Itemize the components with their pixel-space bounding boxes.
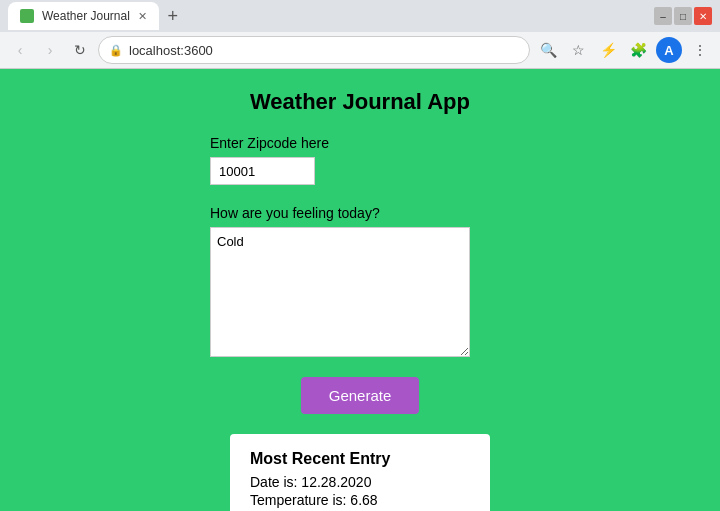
- forward-button[interactable]: ›: [38, 38, 62, 62]
- tab-favicon: [20, 9, 34, 23]
- toolbar-icons: 🔍 ☆ ⚡ 🧩 A ⋮: [536, 37, 712, 63]
- menu-icon[interactable]: ⋮: [688, 38, 712, 62]
- recent-entry-title: Most Recent Entry: [250, 450, 470, 468]
- title-bar: Weather Journal ✕ + – □ ✕: [0, 0, 720, 32]
- address-bar-row: ‹ › ↻ 🔒 localhost:3600 🔍 ☆ ⚡ 🧩 A ⋮: [0, 32, 720, 68]
- feeling-textarea[interactable]: Cold: [210, 227, 470, 357]
- back-button[interactable]: ‹: [8, 38, 32, 62]
- zipcode-label: Enter Zipcode here: [210, 135, 510, 151]
- address-bar[interactable]: 🔒 localhost:3600: [98, 36, 530, 64]
- generate-button[interactable]: Generate: [301, 377, 420, 414]
- maximize-button[interactable]: □: [674, 7, 692, 25]
- search-icon[interactable]: 🔍: [536, 38, 560, 62]
- browser-tab[interactable]: Weather Journal ✕: [8, 2, 159, 30]
- feeling-label: How are you feeling today?: [210, 205, 510, 221]
- recent-entry-card: Most Recent Entry Date is: 12.28.2020 Te…: [230, 434, 490, 511]
- tab-close-button[interactable]: ✕: [138, 10, 147, 23]
- minimize-button[interactable]: –: [654, 7, 672, 25]
- extension-icon[interactable]: ⚡: [596, 38, 620, 62]
- browser-chrome: Weather Journal ✕ + – □ ✕ ‹ › ↻ 🔒 localh…: [0, 0, 720, 69]
- recent-entry-temp: Temperature is: 6.68: [250, 492, 470, 508]
- lock-icon: 🔒: [109, 44, 123, 57]
- zipcode-section: Enter Zipcode here: [210, 135, 510, 185]
- page-content: Weather Journal App Enter Zipcode here H…: [0, 69, 720, 511]
- feeling-section: How are you feeling today? Cold: [210, 205, 510, 361]
- close-button[interactable]: ✕: [694, 7, 712, 25]
- address-text: localhost:3600: [129, 43, 519, 58]
- bookmark-icon[interactable]: ☆: [566, 38, 590, 62]
- recent-entry-date: Date is: 12.28.2020: [250, 474, 470, 490]
- page-title: Weather Journal App: [250, 89, 470, 115]
- zipcode-input[interactable]: [210, 157, 315, 185]
- profile-icon[interactable]: A: [656, 37, 682, 63]
- tab-title: Weather Journal: [42, 9, 130, 23]
- window-controls: – □ ✕: [654, 7, 712, 25]
- reload-button[interactable]: ↻: [68, 38, 92, 62]
- new-tab-button[interactable]: +: [159, 2, 187, 30]
- puzzle-icon[interactable]: 🧩: [626, 38, 650, 62]
